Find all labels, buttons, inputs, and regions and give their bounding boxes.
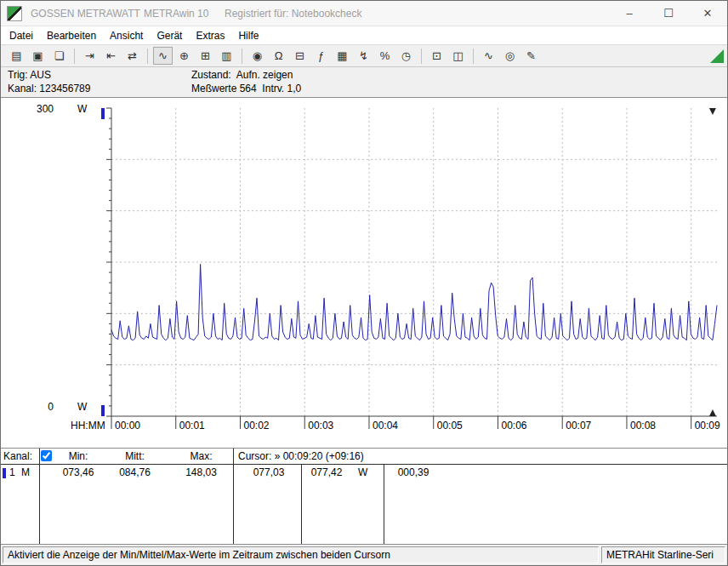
row-min-value: 073,46 xyxy=(54,466,103,478)
zoom-wave-button[interactable]: ∿ xyxy=(479,47,498,65)
statistics-view-button[interactable]: ▥ xyxy=(217,47,236,65)
table-view-button[interactable]: ⊞ xyxy=(196,47,215,65)
chart-axes xyxy=(106,108,717,429)
row-max-value: 148,03 xyxy=(169,466,233,478)
zoom-button[interactable]: ◎ xyxy=(500,47,520,65)
row-channel-mode: M xyxy=(21,466,30,478)
toolbar-separator xyxy=(74,49,75,64)
menu-hilfe[interactable]: Hilfe xyxy=(231,27,265,44)
receive-from-device-button[interactable]: ⇤ xyxy=(101,47,121,65)
menu-ansicht[interactable]: Ansicht xyxy=(103,27,150,44)
row-delta-value: 000,39 xyxy=(388,466,439,478)
x-tick-label: 00:03 xyxy=(308,420,333,432)
multimeter-button[interactable]: Ω xyxy=(269,47,288,65)
x-tick-label: 00:00 xyxy=(115,420,140,432)
channel-list-status: Kanal: 123456789 xyxy=(1,83,191,96)
app-logo-icon xyxy=(7,6,22,21)
print-button[interactable]: ⊡ xyxy=(427,47,446,65)
x-tick-label: 00:01 xyxy=(179,420,205,432)
row-channel-number: 1 xyxy=(9,466,15,478)
table-header-divider xyxy=(1,464,727,465)
minimize-button[interactable]: – xyxy=(610,1,649,26)
titlebar-app-name: METRAwin 10 xyxy=(144,8,225,20)
measurement-table: Kanal: Min: Mitt: Max: Cursor: » 00:09:2… xyxy=(1,449,727,545)
toolbar-buttons: ▤▣❏⇥⇤⇄∿⊕⊞▥◉Ω⊟ƒ▦↯%◷⊡◫∿◎✎ xyxy=(6,47,542,65)
maximize-button[interactable]: ☐ xyxy=(649,1,688,26)
titlebar: GOSSEN METRAWATT METRAwin 10 Registriert… xyxy=(1,1,727,26)
titlebar-registration: Registriert für: Notebookcheck xyxy=(225,8,361,20)
menubar: Datei Bearbeiten Ansicht Gerät Extras Hi… xyxy=(1,26,727,45)
trigger-status: Trig: AUS xyxy=(1,69,191,83)
row-mitt-value: 084,76 xyxy=(103,466,167,478)
new-file-button[interactable]: ▤ xyxy=(7,47,26,65)
statusbar-device: METRAHit Starline-Seri xyxy=(601,546,725,563)
chart-canvas[interactable] xyxy=(1,98,727,447)
channel-color-marker xyxy=(3,468,6,478)
numeric-display-button[interactable]: ⊟ xyxy=(290,47,310,65)
toolbar-separator xyxy=(421,49,422,64)
power-trace xyxy=(111,264,717,340)
statusbar: Aktiviert die Anzeige der Min/Mittel/Max… xyxy=(1,545,727,565)
x-tick-label: 00:02 xyxy=(243,420,269,432)
metrawin-corner-logo-icon xyxy=(710,49,724,63)
col-header-cursor: Cursor: » 00:09:20 (+09:16) xyxy=(238,450,364,462)
transfer-button[interactable]: ⇄ xyxy=(122,47,142,65)
row-cursor1-value: 077,03 xyxy=(236,466,301,478)
x-tick-label: 00:07 xyxy=(566,420,591,432)
toolbar-separator xyxy=(242,49,242,64)
menu-extras[interactable]: Extras xyxy=(189,27,231,44)
x-tick-label: 00:05 xyxy=(437,420,463,432)
x-tick-label: 00:09 xyxy=(695,420,720,432)
table-divider xyxy=(301,464,302,544)
table-divider xyxy=(39,449,40,544)
statusbar-message: Aktiviert die Anzeige der Min/Mittel/Max… xyxy=(3,546,599,563)
channel-visibility-checkbox[interactable] xyxy=(41,450,52,461)
table-divider xyxy=(384,464,384,544)
row-cursor2-value: 077,42 xyxy=(303,466,350,478)
open-button[interactable]: ❏ xyxy=(49,47,69,65)
x-tick-label: 00:04 xyxy=(373,420,398,432)
col-header-mitt: Mitt: xyxy=(103,450,167,462)
channel-scale-markers xyxy=(101,108,105,416)
print-preview-button[interactable]: ◫ xyxy=(448,47,468,65)
messwerte-status: Meßwerte 564 Intrv. 1,0 xyxy=(191,83,301,96)
menu-bearbeiten[interactable]: Bearbeiten xyxy=(40,27,103,44)
annotation-button[interactable]: ✎ xyxy=(521,47,541,65)
menu-geraet[interactable]: Gerät xyxy=(150,27,189,44)
toolbar-separator xyxy=(473,49,474,64)
clock-button[interactable]: ◷ xyxy=(396,47,416,65)
col-header-max: Max: xyxy=(169,450,233,462)
probe-button[interactable]: ↯ xyxy=(354,47,373,65)
chart-area[interactable]: 300 W 0 W HH:MM 00:0000:0100:0200:0300:0… xyxy=(1,98,727,449)
function-ft-button[interactable]: ƒ xyxy=(311,47,331,65)
menu-datei[interactable]: Datei xyxy=(3,27,40,44)
window-controls: – ☐ ✕ xyxy=(610,1,727,26)
data-logger-button[interactable]: ▦ xyxy=(333,47,352,65)
col-header-kanal: Kanal: xyxy=(3,450,32,462)
col-header-min: Min: xyxy=(54,450,103,462)
toolbar: ▤▣❏⇥⇤⇄∿⊕⊞▥◉Ω⊟ƒ▦↯%◷⊡◫∿◎✎ xyxy=(1,45,727,67)
curve-view-button[interactable]: ∿ xyxy=(153,47,173,65)
titlebar-brand: GOSSEN METRAWATT xyxy=(31,8,144,20)
toolbar-separator xyxy=(147,49,148,64)
meter-view-button[interactable]: ◉ xyxy=(247,47,267,65)
save-button[interactable]: ▣ xyxy=(28,47,48,65)
chart-grid xyxy=(111,108,717,416)
zustand-status: Zustand: Aufn. zeigen xyxy=(191,69,293,83)
x-tick-label: 00:08 xyxy=(630,420,656,432)
app-window: GOSSEN METRAWATT METRAwin 10 Registriert… xyxy=(0,0,728,566)
send-to-device-button[interactable]: ⇥ xyxy=(80,47,100,65)
percent-button[interactable]: % xyxy=(375,47,395,65)
acquisition-status-panel: Trig: AUS Zustand: Aufn. zeigen Kanal: 1… xyxy=(1,67,727,98)
cursor-view-button[interactable]: ⊕ xyxy=(174,47,194,65)
close-button[interactable]: ✕ xyxy=(688,1,727,26)
row-unit: W xyxy=(358,466,367,478)
table-divider xyxy=(233,449,234,544)
x-tick-label: 00:06 xyxy=(501,420,526,432)
